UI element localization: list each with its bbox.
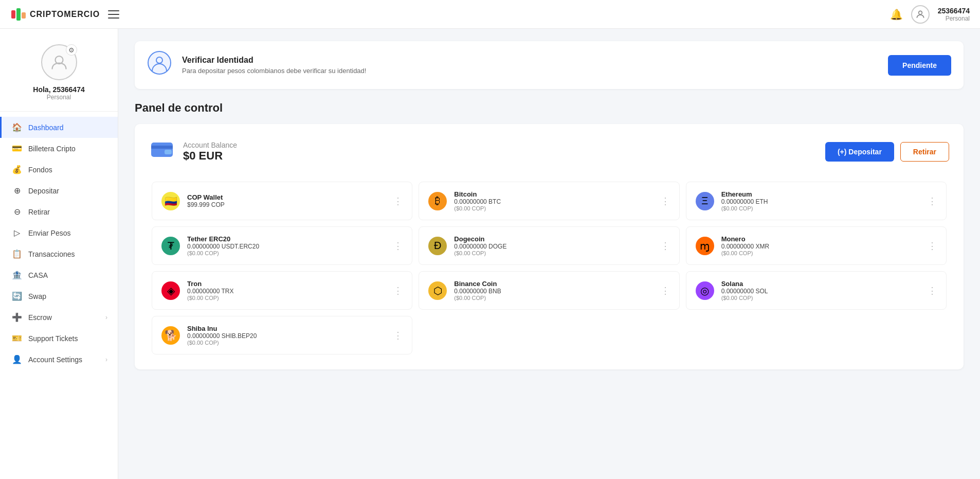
sidebar-item-account[interactable]: 👤 Account Settings › [0,349,118,370]
dashboard-label: Dashboard [28,123,107,132]
notification-icon[interactable]: 🔔 [890,8,903,21]
shib-amount: 0.00000000 SHIB.BEP20 [187,332,386,340]
sol-info: Solana 0.00000000 SOL ($0.00 COP) [721,280,920,301]
verify-subtitle: Para depositar pesos colombianos debe ve… [182,67,878,75]
cop-amount: $99.999 COP [187,201,386,208]
verify-identity-icon [147,50,172,80]
trx-cop: ($0.00 COP) [187,295,386,301]
eth-amount: 0.00000000 ETH [721,198,920,205]
xmr-name: Monero [721,235,920,243]
user-account-type: Personal [938,15,970,22]
crypto-card-cop: 🇨🇴 COP Wallet $99.999 COP ⋮ [152,182,412,220]
sidebar-item-dashboard[interactable]: 🏠 Dashboard [0,117,118,138]
sidebar-profile: ⚙ Hola, 25366474 Personal [0,39,118,112]
doge-info: Dogecoin 0.00000000 DOGE ($0.00 COP) [454,235,653,256]
doge-amount: 0.00000000 DOGE [454,243,653,250]
profile-gear-icon[interactable]: ⚙ [66,44,77,56]
crypto-grid: 🇨🇴 COP Wallet $99.999 COP ⋮ ₿ Bitcoin 0.… [149,179,949,357]
svg-rect-8 [151,146,173,149]
shib-info: Shiba Inu 0.00000000 SHIB.BEP20 ($0.00 C… [187,325,386,346]
trx-amount: 0.00000000 TRX [187,288,386,295]
profile-type: Personal [47,94,71,101]
usdt-menu[interactable]: ⋮ [393,240,403,252]
withdraw-button[interactable]: Retirar [900,142,949,162]
sidebar-item-billetera[interactable]: 💳 Billetera Cripto [0,138,118,159]
balance-card: Account Balance $0 EUR (+) Depositar Ret… [135,124,964,369]
retirar-icon: ⊖ [12,207,22,217]
shib-icon: 🐕 [161,326,180,345]
billetera-icon: 💳 [12,144,22,153]
eth-info: Ethereum 0.00000000 ETH ($0.00 COP) [721,190,920,211]
navbar-left: CRIPTOMERCIO [10,6,119,23]
transacciones-label: Transacciones [28,250,107,258]
support-label: Support Tickets [28,334,107,343]
balance-left: Account Balance $0 EUR [149,136,237,167]
bnb-cop: ($0.00 COP) [454,295,653,301]
crypto-card-doge: Ð Dogecoin 0.00000000 DOGE ($0.00 COP) ⋮ [419,226,679,265]
sol-menu[interactable]: ⋮ [928,285,937,296]
logo: CRIPTOMERCIO [10,6,100,23]
sidebar-item-casa[interactable]: 🏦 CASA [0,264,118,286]
bnb-amount: 0.00000000 BNB [454,288,653,295]
hamburger-menu[interactable] [108,10,119,19]
doge-icon: Ð [428,237,447,255]
crypto-card-btc: ₿ Bitcoin 0.00000000 BTC ($0.00 COP) ⋮ [419,182,679,220]
bnb-menu[interactable]: ⋮ [661,285,670,296]
main-content: Verificar Identidad Para depositar pesos… [118,29,980,479]
balance-top: Account Balance $0 EUR (+) Depositar Ret… [149,136,949,167]
doge-cop: ($0.00 COP) [454,250,653,256]
account-label: Account Settings [28,356,99,364]
user-avatar[interactable] [911,5,930,24]
panel-title: Panel de control [135,101,964,115]
sidebar-item-transacciones[interactable]: 📋 Transacciones [0,243,118,264]
crypto-card-xmr: ɱ Monero 0.00000000 XMR ($0.00 COP) ⋮ [686,226,947,265]
usdt-name: Tether ERC20 [187,235,386,243]
balance-details: Account Balance $0 EUR [183,141,237,163]
xmr-cop: ($0.00 COP) [721,250,920,256]
swap-label: Swap [28,292,107,300]
sol-icon: ◎ [696,281,714,300]
shib-menu[interactable]: ⋮ [393,330,403,341]
enviar-icon: ▷ [12,228,22,238]
btc-amount: 0.00000000 BTC [454,198,653,205]
sidebar-item-escrow[interactable]: ➕ Escrow › [0,307,118,328]
layout: ⚙ Hola, 25366474 Personal 🏠 Dashboard 💳 … [0,29,980,479]
sidebar-item-support[interactable]: 🎫 Support Tickets [0,328,118,349]
verify-banner: Verificar Identidad Para depositar pesos… [135,41,964,89]
profile-greeting: Hola, 25366474 [33,85,84,94]
bnb-icon: ⬡ [428,281,447,300]
verify-button[interactable]: Pendiente [888,55,951,76]
trx-menu[interactable]: ⋮ [393,285,403,296]
sidebar-item-swap[interactable]: 🔄 Swap [0,286,118,307]
casa-icon: 🏦 [12,270,22,280]
doge-name: Dogecoin [454,235,653,243]
user-info: 25366474 Personal [938,7,970,22]
usdt-amount: 0.00000000 USDT.ERC20 [187,243,386,250]
sidebar-item-retirar[interactable]: ⊖ Retirar [0,201,118,222]
cop-info: COP Wallet $99.999 COP [187,193,386,208]
swap-icon: 🔄 [12,291,22,301]
btc-icon: ₿ [428,192,447,210]
btc-menu[interactable]: ⋮ [661,196,670,207]
svg-rect-2 [22,12,26,19]
sidebar-item-fondos[interactable]: 💰 Fondos [0,159,118,180]
svg-rect-0 [11,10,15,19]
deposit-button[interactable]: (+) Depositar [825,142,894,162]
casa-label: CASA [28,271,107,279]
sidebar-item-depositar[interactable]: ⊕ Depositar [0,180,118,201]
sidebar: ⚙ Hola, 25366474 Personal 🏠 Dashboard 💳 … [0,29,118,479]
sol-amount: 0.00000000 SOL [721,288,920,295]
sidebar-item-enviar[interactable]: ▷ Enviar Pesos [0,222,118,243]
eth-menu[interactable]: ⋮ [928,196,937,207]
crypto-card-bnb: ⬡ Binance Coin 0.00000000 BNB ($0.00 COP… [419,271,679,310]
shib-name: Shiba Inu [187,325,386,332]
xmr-menu[interactable]: ⋮ [928,240,937,252]
fondos-icon: 💰 [12,165,22,174]
doge-menu[interactable]: ⋮ [661,240,670,252]
balance-amount: $0 EUR [183,149,237,163]
cop-name: COP Wallet [187,193,386,201]
trx-info: Tron 0.00000000 TRX ($0.00 COP) [187,280,386,301]
cop-menu[interactable]: ⋮ [393,196,403,207]
escrow-icon: ➕ [12,312,22,322]
trx-name: Tron [187,280,386,288]
